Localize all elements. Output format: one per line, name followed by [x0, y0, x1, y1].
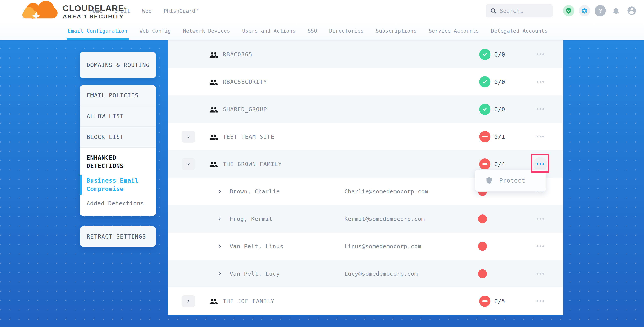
sidebar-item-retract-settings[interactable]: RETRACT SETTINGS: [80, 227, 156, 247]
nav-phishguard[interactable]: PhishGuard™: [164, 8, 198, 14]
protected-count: 0/4: [494, 161, 505, 168]
row-actions-menu-button[interactable]: [533, 102, 547, 116]
search-box[interactable]: [486, 4, 552, 17]
row-actions-menu-button[interactable]: [533, 294, 547, 308]
status-badge-blocked-icon: [479, 158, 490, 170]
search-icon: [490, 7, 497, 14]
tab-service-accounts[interactable]: Service Accounts: [429, 22, 479, 40]
tab-subscriptions[interactable]: Subscriptions: [376, 22, 417, 40]
protected-count: 0/0: [494, 78, 505, 85]
group-icon: [209, 105, 218, 113]
sidebar-item-business-email-compromise[interactable]: Business Email Compromise: [80, 176, 146, 193]
search-input[interactable]: [500, 8, 546, 14]
sidebar-item-added-detections[interactable]: Added Detections: [80, 199, 156, 208]
status-badge-blocked-icon: [479, 131, 490, 142]
expand-row-button[interactable]: [182, 131, 195, 142]
row-actions-menu-button[interactable]: [533, 75, 547, 89]
tab-sso[interactable]: SSO: [308, 22, 317, 40]
status-badge-ok-icon: [479, 104, 490, 115]
nav-email[interactable]: Email: [114, 8, 130, 14]
notifications-bell-icon[interactable]: [610, 5, 622, 16]
user-name: Frog, Kermit: [230, 216, 273, 222]
group-name: RBACSECURITY: [223, 78, 267, 85]
protected-count: 0/0: [494, 51, 505, 58]
context-menu: Protect: [475, 169, 546, 192]
status-badge-ok-icon: [479, 49, 490, 60]
sidebar-policies-card: EMAIL POLICIES ALLOW LIST BLOCK LIST ENH…: [80, 85, 156, 216]
sidebar-label: BLOCK LIST: [86, 134, 124, 140]
chevron-right-icon: [218, 189, 222, 194]
account-avatar-icon[interactable]: [626, 5, 638, 16]
user-email: Charlie@somedemocorp.com: [344, 188, 428, 195]
group-name: TEST TEAM SITE: [223, 133, 274, 140]
tab-delegated-accounts[interactable]: Delegated Accounts: [491, 22, 548, 40]
expand-row-button[interactable]: [182, 295, 195, 307]
sidebar-label: ALLOW LIST: [86, 113, 124, 120]
sidebar-label: EMAIL POLICIES: [86, 92, 138, 99]
table-row[interactable]: Van Pelt, LinusLinus@somedemocorp.com: [168, 233, 563, 260]
tab-email-configuration[interactable]: Email Configuration: [68, 22, 128, 40]
group-icon: [209, 133, 218, 141]
table-row[interactable]: RBACO3650/0: [168, 41, 563, 68]
user-name: Brown, Charlie: [230, 188, 280, 195]
table-row[interactable]: THE BROWN FAMILY0/4Protect: [168, 150, 563, 178]
context-menu-item-protect[interactable]: Protect: [499, 177, 525, 184]
user-email: Kermit@somedemocorp.com: [344, 216, 425, 222]
row-actions-menu-button[interactable]: [533, 212, 547, 226]
sidebar-item-allow-list[interactable]: ALLOW LIST: [80, 106, 156, 127]
shield-check-icon[interactable]: [563, 5, 574, 16]
table-row[interactable]: THE JOE FAMILY0/5: [168, 287, 563, 315]
row-actions-menu-button[interactable]: [533, 157, 547, 171]
help-icon[interactable]: ?: [594, 5, 606, 16]
table-row[interactable]: Frog, KermitKermit@somedemocorp.com: [168, 205, 563, 233]
protected-count: 0/5: [494, 298, 505, 305]
status-dot-blocked: [478, 214, 487, 223]
table-row[interactable]: Van Pelt, LucyLucy@somedemocorp.com: [168, 260, 563, 287]
group-icon: [209, 50, 218, 58]
top-nav: HomeEmailWebPhishGuard™: [90, 0, 198, 22]
section-tab-bar: Email ConfigurationWeb ConfigNetwork Dev…: [0, 22, 644, 40]
group-name: SHARED_GROUP: [223, 106, 267, 113]
group-name: THE JOE FAMILY: [223, 298, 274, 305]
tab-web-config[interactable]: Web Config: [140, 22, 171, 40]
tab-network-devices[interactable]: Network Devices: [183, 22, 230, 40]
sidebar-label: RETRACT SETTINGS: [86, 233, 146, 240]
chevron-right-icon: [218, 244, 222, 249]
row-actions-menu-button[interactable]: [533, 130, 547, 144]
shield-icon: [486, 177, 493, 184]
sidebar-item-domains-routing[interactable]: DOMAINS & ROUTING: [80, 52, 156, 78]
status-dot-blocked: [478, 269, 487, 278]
groups-table: RBACO3650/0RBACSECURITY0/0SHARED_GROUP0/…: [168, 40, 563, 315]
sidebar-item-email-policies[interactable]: EMAIL POLICIES: [80, 85, 156, 106]
sidebar-item-block-list[interactable]: BLOCK LIST: [80, 127, 156, 148]
nav-web[interactable]: Web: [142, 8, 152, 14]
header-icon-cluster: ?: [563, 5, 638, 16]
chevron-right-icon: [218, 271, 222, 276]
collapse-row-button[interactable]: [182, 158, 195, 170]
sidebar-label: DOMAINS & ROUTING: [86, 62, 150, 68]
enhanced-detections-title: ENHANCED DETECTIONS: [80, 148, 144, 170]
group-icon: [209, 160, 218, 168]
group-icon: [209, 78, 218, 86]
row-actions-menu-button[interactable]: [533, 267, 547, 281]
table-row[interactable]: RBACSECURITY0/0: [168, 68, 563, 95]
tab-directories[interactable]: Directories: [329, 22, 364, 40]
protected-count: 0/0: [494, 106, 505, 113]
table-row[interactable]: SHARED_GROUP0/0: [168, 95, 563, 123]
group-name: RBACO365: [223, 51, 252, 58]
table-row[interactable]: TEST TEAM SITE0/1: [168, 123, 563, 150]
question-glyph: ?: [598, 7, 602, 14]
row-actions-menu-button[interactable]: [533, 47, 547, 61]
sidebar-section-enhanced-detections: ENHANCED DETECTIONS Business Email Compr…: [80, 148, 156, 216]
group-name: THE BROWN FAMILY: [223, 161, 282, 167]
group-icon: [209, 297, 218, 305]
tab-users-and-actions[interactable]: Users and Actions: [242, 22, 296, 40]
user-email: Lucy@somedemocorp.com: [344, 271, 418, 277]
user-email: Linus@somedemocorp.com: [344, 243, 421, 250]
settings-gear-icon[interactable]: [579, 5, 590, 16]
user-name: Van Pelt, Lucy: [230, 271, 280, 277]
nav-home[interactable]: Home: [90, 8, 102, 14]
chevron-right-icon: [218, 217, 222, 221]
status-dot-blocked: [478, 242, 487, 251]
row-actions-menu-button[interactable]: [533, 239, 547, 253]
